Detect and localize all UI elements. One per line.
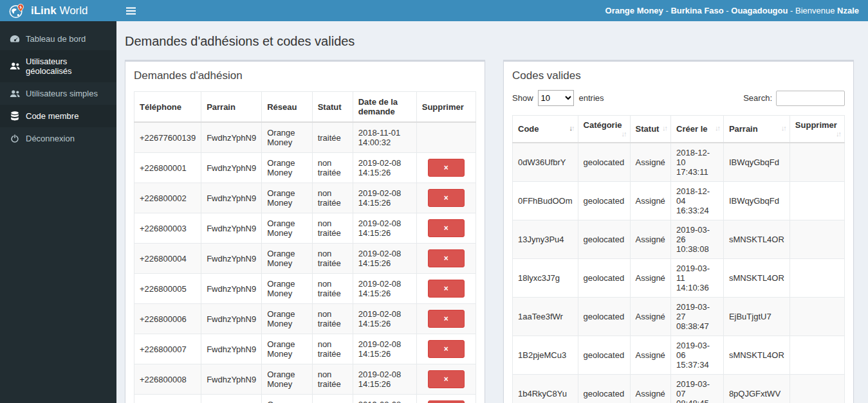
statut-cell: non traitée xyxy=(312,274,353,304)
codes-column-header[interactable]: Créer le↓↑ xyxy=(671,116,724,143)
codes-panel-title: Codes valides xyxy=(512,69,845,82)
categorie-cell: geolocated xyxy=(578,375,630,403)
parrain-cell: IBWqyGbqFd xyxy=(723,143,790,182)
phone-cell: +226800001 xyxy=(134,153,201,183)
delete-request-button[interactable]: × xyxy=(428,219,465,237)
parrain-cell: FwdhzYphN9 xyxy=(201,364,262,395)
parrain-cell: EjBuTjgtU7 xyxy=(723,298,790,336)
sidebar-item-tableau-de-bord[interactable]: Tableau de bord xyxy=(0,28,116,50)
hamburger-icon xyxy=(126,7,136,15)
date-cell: 2019-02-08 14:15:26 xyxy=(353,395,416,403)
date-cell: 2019-02-08 14:15:26 xyxy=(353,153,416,183)
statut-cell: Assigné xyxy=(630,298,670,336)
database-icon xyxy=(10,111,20,121)
page-length-select[interactable]: 10 xyxy=(538,90,574,106)
sort-icon: ↓↑ xyxy=(715,124,719,132)
codes-column-header[interactable]: Statut↓↑ xyxy=(630,116,670,143)
adhesions-panel-title: Demandes d'adhésion xyxy=(134,69,476,82)
supprimer-cell: × xyxy=(416,183,476,213)
code-cell: 1b4RkyC8Yu xyxy=(513,375,578,403)
delete-request-button[interactable]: × xyxy=(428,280,465,298)
code-row: 1b4RkyC8Yu geolocated Assigné 2019-03-07… xyxy=(513,375,845,403)
reseau-cell: Orange Money xyxy=(262,274,312,304)
adhesions-column-header: Supprimer xyxy=(416,92,476,123)
supprimer-cell: × xyxy=(416,395,476,403)
delete-request-button[interactable]: × xyxy=(428,310,465,328)
sidebar-item-label: Utilisateurs simples xyxy=(26,89,98,98)
codes-column-header[interactable]: Code↓↑ xyxy=(513,116,578,143)
delete-request-button[interactable]: × xyxy=(428,159,465,177)
code-row: 0FFhBudOOm geolocated Assigné 2018-12-04… xyxy=(513,182,845,220)
statut-cell: non traitée xyxy=(312,364,353,395)
delete-request-button[interactable]: × xyxy=(428,189,465,207)
adhesion-row: +226800004 FwdhzYphN9 Orange Money non t… xyxy=(134,244,476,274)
brand-text: iLink World xyxy=(31,4,88,17)
x-icon: × xyxy=(444,254,448,263)
delete-request-button[interactable]: × xyxy=(428,400,465,403)
x-icon: × xyxy=(444,163,448,172)
adhesions-column-header: Parrain xyxy=(201,92,262,123)
adhesions-column-header: Téléphone xyxy=(134,92,201,123)
categorie-cell: geolocated xyxy=(578,336,630,375)
categorie-cell: geolocated xyxy=(578,220,630,259)
adhesion-row: +226800007 FwdhzYphN9 Orange Money non t… xyxy=(134,334,476,364)
phone-cell: +22677600139 xyxy=(134,122,201,153)
codes-column-header[interactable]: Parrain↓↑ xyxy=(723,116,790,143)
categorie-cell: geolocated xyxy=(578,298,630,336)
supprimer-cell xyxy=(790,220,844,259)
show-label: Show xyxy=(512,93,533,103)
sidebar-item-deconnexion[interactable]: Déconnexion xyxy=(0,127,116,150)
date-cell: 2019-02-08 14:15:26 xyxy=(353,334,416,364)
reseau-cell: Orange Money xyxy=(262,395,312,403)
parrain-cell: sMNSKTL4OR xyxy=(723,220,790,259)
sidebar-item-code-membre[interactable]: Code membre xyxy=(0,105,116,127)
parrain-cell: IBWqyGbqFd xyxy=(723,182,790,220)
statut-cell: non traitée xyxy=(312,395,353,403)
supprimer-cell xyxy=(790,182,844,220)
app-logo[interactable]: $ iLink World xyxy=(0,0,116,21)
globe-pin-logo-icon: $ xyxy=(8,3,25,19)
search-input[interactable] xyxy=(776,91,845,106)
adhesion-row: +226800008 FwdhzYphN9 Orange Money non t… xyxy=(134,364,476,395)
x-icon: × xyxy=(444,284,448,293)
sidebar-toggle-button[interactable] xyxy=(116,0,145,21)
creer-cell: 2018-12-10 17:43:11 xyxy=(671,143,724,182)
supprimer-cell xyxy=(790,259,844,298)
x-icon: × xyxy=(444,345,448,354)
date-cell: 2019-02-08 14:15:26 xyxy=(353,274,416,304)
codes-column-header[interactable]: Supprimer↓↑ xyxy=(790,116,844,143)
statut-cell: Assigné xyxy=(630,143,670,182)
statut-cell: non traitée xyxy=(312,153,353,183)
creer-cell: 2019-03-11 14:10:36 xyxy=(671,259,724,298)
statut-cell: Assigné xyxy=(630,336,670,375)
statut-cell: Assigné xyxy=(630,259,670,298)
delete-request-button[interactable]: × xyxy=(428,340,465,358)
sort-icon: ↓↑ xyxy=(836,130,840,138)
statut-cell: non traitée xyxy=(312,304,353,334)
delete-request-button[interactable]: × xyxy=(428,370,465,388)
date-cell: 2018-11-01 14:00:32 xyxy=(353,122,416,153)
reseau-cell: Orange Money xyxy=(262,122,312,153)
x-icon: × xyxy=(444,224,448,233)
parrain-cell: FwdhzYphN9 xyxy=(201,183,262,213)
supprimer-cell: × xyxy=(416,153,476,183)
x-icon: × xyxy=(444,193,448,202)
statut-cell: non traitée xyxy=(312,183,353,213)
code-cell: 1aaTee3fWr xyxy=(513,298,578,336)
phone-cell: +226800002 xyxy=(134,183,201,213)
power-icon xyxy=(10,134,20,143)
supprimer-cell: × xyxy=(416,244,476,274)
sidebar-item-utilisateurs-simples[interactable]: Utilisateurs simples xyxy=(0,82,116,105)
supprimer-cell xyxy=(416,122,476,153)
sort-icon: ↓↑ xyxy=(622,130,626,138)
statut-cell: non traitée xyxy=(312,244,353,274)
delete-request-button[interactable]: × xyxy=(428,249,465,267)
codes-column-header[interactable]: Catégorie↓↑ xyxy=(578,116,630,143)
parrain-cell: FwdhzYphN9 xyxy=(201,122,262,153)
codes-panel: Codes valides Show 10 entries Search: Co… xyxy=(503,60,854,403)
reseau-cell: Orange Money xyxy=(262,304,312,334)
supprimer-cell xyxy=(790,298,844,336)
code-row: 1aaTee3fWr geolocated Assigné 2019-03-27… xyxy=(513,298,845,336)
sidebar-item-utilisateurs-geolocalises[interactable]: Utilisateurs géolocalisés xyxy=(0,50,116,82)
sidebar-item-label: Utilisateurs géolocalisés xyxy=(26,57,113,76)
